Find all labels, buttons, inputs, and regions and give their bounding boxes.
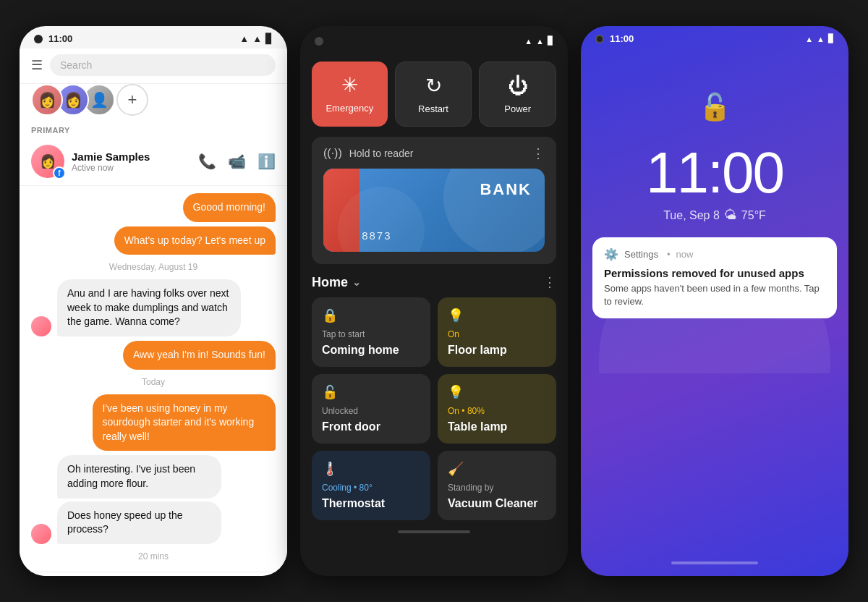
date-text: Tue, Sep 8	[663, 209, 720, 222]
tile-table-lamp[interactable]: 💡 On • 80% Table lamp	[438, 374, 556, 444]
tile-name-1: Coming home	[322, 344, 420, 357]
restart-icon: ↻	[425, 74, 442, 98]
phones-container: 11:00 ▲ ▲ ▊ ☰ Search 👩 👩 👤	[0, 12, 868, 590]
avatar-row: 👩 👩 👤 +	[20, 84, 287, 123]
restart-button[interactable]: ↻ Restart	[395, 62, 472, 127]
restart-label: Restart	[418, 103, 448, 114]
tile-coming-home[interactable]: 🔒 Tap to start Coming home	[312, 297, 430, 367]
msg-bubble: Goood morning!	[183, 193, 276, 222]
contact-avatar: 👩 f	[31, 145, 64, 178]
chevron-down-icon: ⌄	[352, 276, 361, 288]
date-divider: Today	[31, 377, 276, 387]
nfc-more-icon[interactable]: ⋮	[532, 145, 545, 161]
home-indicator-3	[671, 561, 758, 564]
tile-status-2: On	[448, 329, 546, 339]
contact-name: Jamie Samples	[72, 150, 191, 163]
time-3: 11:00	[610, 33, 634, 44]
tile-name-5: Thermostat	[322, 497, 420, 510]
primary-label: PRIMARY	[20, 123, 287, 137]
time-label: 20 mins	[31, 551, 276, 561]
camera-dot-3	[595, 35, 604, 43]
weather-icon: 🌤	[724, 208, 737, 223]
lock-date: Tue, Sep 8 🌤 75°F	[663, 208, 766, 223]
msg-bubble: Aww yeah I'm in! Sounds fun!	[123, 341, 276, 370]
tile-status-6: Standing by	[448, 483, 546, 493]
power-button[interactable]: ⏻ Power	[479, 62, 556, 127]
video-icon[interactable]: 📹	[228, 153, 246, 170]
phone-messenger: 11:00 ▲ ▲ ▊ ☰ Search 👩 👩 👤	[20, 26, 287, 576]
emergency-button[interactable]: ✳ Emergency	[312, 62, 388, 127]
home-section: Home ⌄ ⋮ 🔒 Tap to start Coming home	[312, 271, 556, 520]
signal-icon-3: ▲	[817, 35, 825, 43]
nfc-header: ((·)) Hold to reader ⋮	[323, 145, 545, 161]
tile-icon-6: 🧹	[448, 461, 464, 477]
tile-name-4: Table lamp	[448, 420, 546, 433]
tile-icon-2: 💡	[448, 308, 464, 323]
msg-bubble: Anu and I are having folks over next wee…	[57, 279, 241, 336]
tile-icon-3: 🔓	[322, 384, 338, 400]
tile-name-6: Vacuum Cleaner	[448, 497, 546, 510]
lock-screen-content: 🔓 11:00 Tue, Sep 8 🌤 75°F	[581, 48, 848, 223]
temp-text: 75°F	[741, 209, 766, 222]
signal-icon-2: ▲	[536, 37, 544, 46]
card-bank-name: BANK	[480, 180, 532, 199]
battery-icon-3: ▊	[828, 34, 834, 43]
tile-icon-4: 💡	[448, 384, 464, 400]
contact-row[interactable]: 👩 f Jamie Samples Active now 📞 📹 ℹ️	[20, 137, 287, 186]
battery-icon-2: ▊	[548, 36, 553, 46]
home-indicator-2	[300, 520, 568, 539]
tile-status-1: Tap to start	[322, 329, 420, 339]
tile-name-2: Floor lamp	[448, 344, 546, 357]
msg-bubble: What's up today? Let's meet up	[114, 226, 276, 255]
msg-bubble: Oh interesting. I've just been adding mo…	[57, 455, 221, 498]
phone-icon[interactable]: 📞	[198, 153, 216, 170]
camera-dot-1	[34, 35, 43, 43]
status-bar-1: 11:00 ▲ ▲ ▊	[20, 26, 287, 48]
tile-name-3: Front door	[322, 420, 420, 433]
phone-smarthome: ▲ ▲ ▊ ✳ Emergency ↻ Restart ⏻ Power	[300, 26, 568, 576]
home-more-icon[interactable]: ⋮	[543, 274, 556, 290]
tile-thermostat[interactable]: 🌡️ Cooling • 80° Thermostat	[312, 451, 430, 520]
status-bar-3: 11:00 ▲ ▲ ▊	[581, 26, 848, 48]
notif-app-name: Settings	[624, 249, 658, 260]
lock-time: 11:00	[646, 144, 783, 202]
power-icon: ⏻	[508, 74, 528, 98]
tile-front-door[interactable]: 🔓 Unlocked Front door	[312, 374, 430, 444]
wifi-icon-3: ▲	[805, 35, 813, 43]
chat-area: Goood morning! What's up today? Let's me…	[20, 186, 287, 572]
status-bar-2: ▲ ▲ ▊	[300, 26, 568, 50]
power-label: Power	[504, 103, 531, 114]
messenger-header: ☰ Search	[20, 48, 287, 84]
avatar-1[interactable]: 👩	[31, 84, 63, 116]
small-avatar	[31, 524, 51, 544]
bank-card[interactable]: BANK •••• 8873	[323, 169, 545, 252]
tile-icon-1: 🔒	[322, 308, 338, 323]
home-header: Home ⌄ ⋮	[312, 271, 556, 297]
emergency-icon: ✳	[341, 73, 358, 97]
tile-vacuum[interactable]: 🧹 Standing by Vacuum Cleaner	[438, 451, 556, 520]
contact-status: Active now	[72, 163, 191, 173]
wifi-icon-1: ▲	[239, 33, 249, 44]
tile-floor-lamp[interactable]: 💡 On Floor lamp	[438, 297, 556, 367]
nfc-section: ((·)) Hold to reader ⋮ BANK •••• 8873	[312, 137, 556, 264]
settings-icon: ⚙️	[604, 247, 618, 261]
tile-status-4: On • 80%	[448, 406, 546, 416]
tile-status-5: Cooling • 80°	[322, 483, 420, 493]
info-icon[interactable]: ℹ️	[258, 153, 276, 170]
small-avatar	[31, 316, 51, 336]
search-placeholder: Search	[60, 59, 92, 71]
battery-icon-1: ▊	[265, 33, 273, 44]
home-grid: 🔒 Tap to start Coming home 💡 On Floor la…	[312, 297, 556, 520]
nfc-icon: ((·))	[323, 147, 342, 159]
tile-status-3: Unlocked	[322, 406, 420, 416]
camera-dot-2	[315, 37, 323, 46]
add-contact-button[interactable]: +	[116, 84, 148, 116]
phone-lockscreen: 11:00 ▲ ▲ ▊ 🔓 11:00 Tue, Sep 8 🌤 75°F ⚙️	[581, 26, 848, 576]
power-menu: ✳ Emergency ↻ Restart ⏻ Power	[300, 50, 568, 134]
nfc-label: Hold to reader	[349, 148, 414, 159]
msg-bubble: I've been using honey in my sourdough st…	[93, 394, 276, 452]
search-bar[interactable]: Search	[50, 54, 276, 76]
msg-bubble: Does honey speed up the process?	[57, 501, 221, 544]
emergency-label: Emergency	[326, 103, 373, 114]
hamburger-icon[interactable]: ☰	[31, 57, 43, 73]
